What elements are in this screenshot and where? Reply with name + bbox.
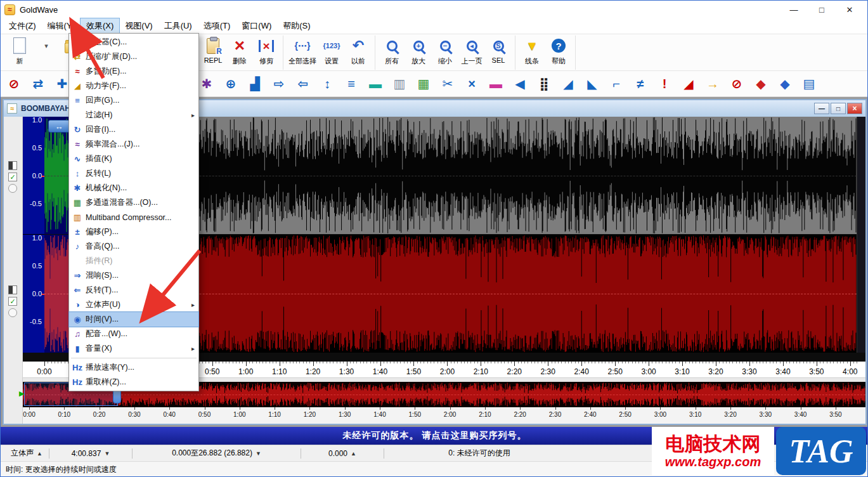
total-length-field[interactable]: 4:00.837▼ — [49, 445, 132, 461]
effects-menu-item-4[interactable]: ◢动力学(F)... — [69, 79, 198, 93]
minimize-button[interactable]: — — [780, 1, 808, 18]
ramp-up-icon[interactable]: ◢ — [560, 75, 576, 92]
left-channel-display-toggle[interactable] — [8, 161, 17, 170]
red-diamond-icon[interactable]: ◆ — [753, 75, 769, 92]
license-status-field[interactable]: 0: 未经许可的使用 — [384, 445, 574, 461]
line-style-button[interactable]: ▼线条 — [519, 36, 545, 70]
sliders-icon[interactable]: ≡ — [343, 75, 360, 92]
select-all-button[interactable]: {⋯}全部选择 — [287, 36, 318, 70]
mixer-grid-icon[interactable]: ▦ — [415, 75, 432, 92]
effects-menu-item-21[interactable]: ♫配音...(W)... — [69, 327, 198, 341]
effects-menu-item-10[interactable]: ↕反转(L) — [69, 166, 198, 181]
rainbow-icon[interactable]: ▬ — [488, 75, 504, 92]
spin-arrow-icon[interactable]: ▲ — [37, 450, 42, 457]
cross-icon[interactable]: × — [463, 75, 480, 92]
blue-diamond-icon[interactable]: ◆ — [777, 75, 793, 92]
expand-icon[interactable]: ⊕ — [223, 75, 239, 92]
effects-menu-item-1[interactable]: ●审查器(C)... — [69, 35, 198, 49]
effects-menu-item-7[interactable]: ↻回音(I)... — [69, 122, 198, 137]
menubar-item-6[interactable]: 选项(T) — [198, 18, 236, 34]
doc-close-button[interactable]: × — [847, 103, 862, 114]
effects-menu-item-12[interactable]: ▦多通道混音器...(O)... — [69, 195, 198, 210]
set-selection-button[interactable]: {123}设置 — [318, 36, 345, 70]
gradient-icon[interactable]: ▬ — [367, 75, 384, 92]
effects-menu-item-15[interactable]: ♪音高(Q)... — [69, 239, 198, 254]
effects-menu-item-22[interactable]: ▮音量(X)▸ — [69, 341, 198, 356]
position-field[interactable]: 0.000▲ — [301, 445, 384, 461]
effects-menu-item-3[interactable]: ≈多普勒(E)... — [69, 64, 198, 79]
channel-mode-field[interactable]: 立体声▲ — [4, 445, 49, 461]
zoom-previous-button[interactable]: ◂上一页 — [458, 36, 485, 70]
effects-menu-item-13[interactable]: ▥Multiband Compressor... — [69, 210, 198, 225]
chart-icon[interactable]: ▟ — [247, 75, 263, 92]
right-channel-checkbox[interactable]: ✓ — [8, 297, 17, 306]
effects-menu-item-16[interactable]: 插件(R) — [69, 254, 198, 268]
effects-menu-item-9[interactable]: ∿插值(K) — [69, 152, 198, 166]
fade-icon[interactable]: ◣ — [584, 75, 600, 92]
menubar-item-7[interactable]: 窗口(W) — [236, 18, 277, 34]
replace-button[interactable]: RREPL — [200, 36, 226, 70]
menubar-item-5[interactable]: 工具(U) — [159, 18, 198, 34]
spin-arrow-icon[interactable]: ▼ — [256, 450, 261, 457]
vertical-scrollbar[interactable] — [857, 117, 865, 353]
close-button[interactable]: ✕ — [836, 1, 864, 18]
waveform-right-rest[interactable] — [138, 235, 857, 353]
yellow-arrow-icon[interactable]: → — [704, 75, 721, 92]
effects-menu-item-25[interactable]: Hz重取样(Z)... — [69, 375, 198, 389]
speaker-icon[interactable]: ◀ — [512, 75, 528, 92]
new-file-button[interactable]: 新 — [6, 36, 33, 70]
pinwheel-icon[interactable]: ✱ — [198, 75, 215, 92]
new-file-dropdown[interactable]: ▾ — [33, 36, 60, 70]
maximize-button[interactable]: □ — [808, 1, 836, 18]
menubar-item-1[interactable]: 文件(Z) — [3, 18, 42, 34]
trim-button[interactable]: ×修剪 — [253, 36, 280, 70]
shaper-icon[interactable]: ≠ — [632, 75, 649, 92]
noise-gate-icon[interactable]: ⊘ — [729, 75, 745, 92]
effects-menu-item-18[interactable]: ⇐反转(T)... — [69, 283, 198, 297]
waveform-left-rest[interactable] — [138, 117, 857, 234]
small-ramp-icon[interactable]: ◢ — [680, 75, 697, 92]
selection-range-field[interactable]: 0.000至26.882 (26.882)▼ — [133, 445, 301, 461]
split-icon[interactable]: ✂ — [439, 75, 456, 92]
previous-selection-button[interactable]: ↶以前 — [345, 36, 372, 70]
menubar-item-2[interactable]: 编辑(Y) — [42, 18, 81, 34]
doc-minimize-button[interactable]: — — [814, 103, 829, 114]
effects-menu-item-5[interactable]: ≡回声(G)... — [69, 93, 198, 108]
help-button[interactable]: ?帮助 — [545, 36, 572, 70]
effects-menu-item-20[interactable]: ◉时间(V)... — [69, 312, 198, 327]
offset-right-icon[interactable]: ⇨ — [271, 75, 287, 92]
zoom-in-button[interactable]: +放大 — [405, 36, 432, 70]
right-channel-display-toggle[interactable] — [8, 285, 17, 294]
layers-icon[interactable]: ▤ — [801, 75, 817, 92]
right-channel-radio[interactable] — [8, 308, 17, 317]
monitor-off-icon[interactable]: ⊘ — [6, 75, 22, 92]
offset-left-icon[interactable]: ⇦ — [295, 75, 311, 92]
mechanize-icon[interactable]: ▥ — [391, 75, 408, 92]
effects-menu-item-8[interactable]: ≈频率混合...(J)... — [69, 137, 198, 152]
updown-icon[interactable]: ↕ — [319, 75, 335, 92]
flag-icon[interactable]: ⌐ — [608, 75, 625, 92]
doc-restore-button[interactable]: □ — [831, 103, 846, 114]
zoom-selection-button[interactable]: SSEL — [485, 36, 512, 70]
menubar-item-8[interactable]: 帮助(S) — [277, 18, 316, 34]
effects-menu-item-6[interactable]: 过滤(H)▸ — [69, 108, 198, 122]
menubar-item-3[interactable]: 效果(X) — [81, 18, 119, 34]
effects-menu-item-11[interactable]: ✱机械化(N)... — [69, 181, 198, 195]
spin-arrow-icon[interactable]: ▲ — [351, 450, 356, 457]
spin-arrow-icon[interactable]: ▼ — [104, 450, 110, 457]
selection-start-handle[interactable]: ↔ — [48, 120, 70, 133]
zoom-out-button[interactable]: −缩小 — [432, 36, 458, 70]
menubar-item-4[interactable]: 视图(V) — [119, 18, 158, 34]
effects-menu-item-17[interactable]: ⇒混响(S)... — [69, 268, 198, 283]
zoom-all-button[interactable]: 所有 — [379, 36, 405, 70]
effects-menu-item-14[interactable]: ±偏移(P)... — [69, 225, 198, 239]
eq-bars-icon[interactable]: ⣿ — [536, 75, 552, 92]
swap-channels-icon[interactable]: ⇄ — [30, 75, 46, 92]
effects-menu-item-24[interactable]: Hz播放速率(Y)... — [69, 360, 198, 375]
delete-button[interactable]: ×删除 — [226, 36, 253, 70]
left-channel-checkbox[interactable]: ✓ — [8, 173, 17, 181]
effects-menu-item-19[interactable]: ◑立体声(U)▸ — [69, 297, 198, 312]
left-channel-radio[interactable] — [8, 184, 17, 193]
effects-menu-item-2[interactable]: ⇄压缩/扩展(D)... — [69, 49, 198, 64]
warning-icon[interactable]: ! — [656, 75, 673, 92]
